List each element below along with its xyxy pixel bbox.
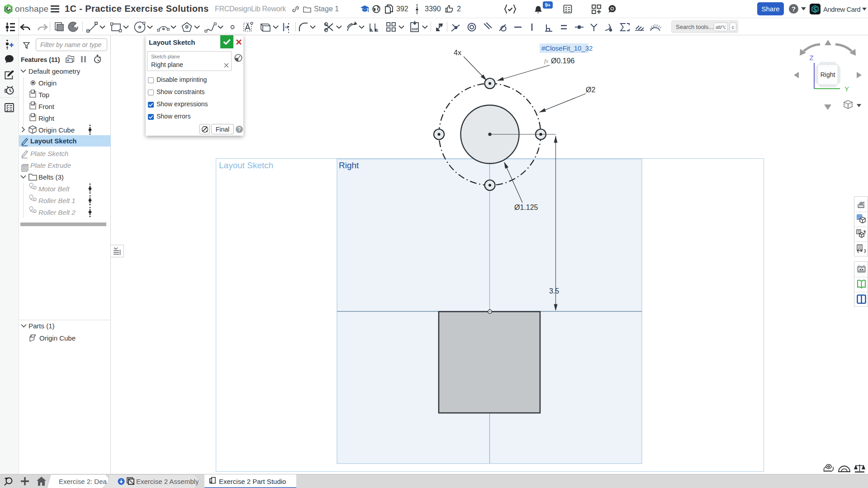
svg-text:3.5: 3.5 <box>549 287 559 295</box>
svg-text:Right: Right <box>339 161 359 170</box>
svg-text:Exercise 2 Part Studio: Exercise 2 Part Studio <box>219 478 286 485</box>
svg-text:Ø0.196: Ø0.196 <box>551 57 575 65</box>
svg-text:Exercise 2 Assembly: Exercise 2 Assembly <box>136 478 199 485</box>
svg-text:Right: Right <box>821 71 835 78</box>
svg-text:Ø1.125: Ø1.125 <box>514 204 538 211</box>
svg-text:Exercise 2: Dea: Exercise 2: Dea <box>59 478 107 485</box>
svg-text:Z: Z <box>809 54 813 62</box>
svg-text:fx: fx <box>544 57 549 64</box>
svg-text:x: x <box>859 246 863 253</box>
svg-text:#CloseFit_10_32: #CloseFit_10_32 <box>541 44 593 52</box>
svg-text:Y: Y <box>844 85 849 93</box>
svg-text:4x: 4x <box>454 49 461 57</box>
svg-text:Layout Sketch: Layout Sketch <box>219 161 273 170</box>
svg-text:Ø2: Ø2 <box>586 86 595 94</box>
